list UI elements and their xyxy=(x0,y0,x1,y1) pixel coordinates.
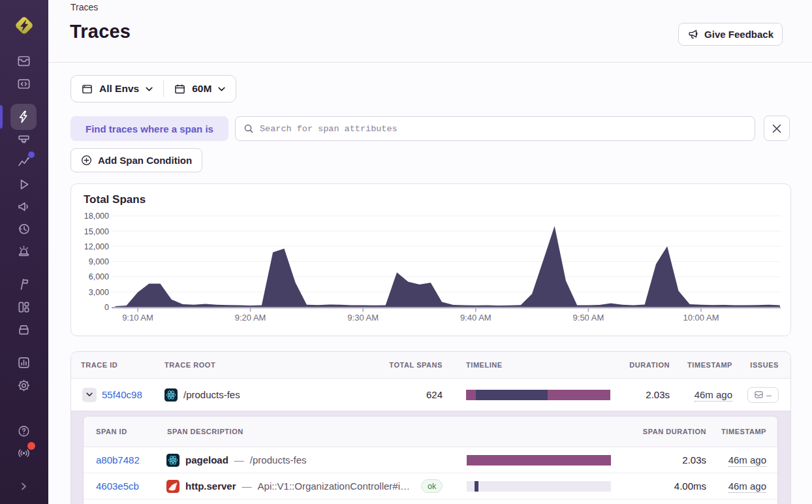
sentry-logo[interactable] xyxy=(12,14,36,37)
trace-issues-button[interactable]: – xyxy=(747,387,779,403)
time-range-filter[interactable]: 60M xyxy=(164,76,236,102)
sidebar-item-issues[interactable] xyxy=(12,49,35,72)
svg-text:9:10 AM: 9:10 AM xyxy=(122,313,153,323)
span-search-bar[interactable] xyxy=(235,116,755,141)
span-duration: 4.00ms xyxy=(621,480,716,492)
sidebar-collapse-button[interactable] xyxy=(12,475,35,498)
chevron-down-icon xyxy=(218,87,225,91)
span-id-link[interactable]: 4603e5cb xyxy=(96,480,139,492)
search-prefix-label: Find traces where a span is xyxy=(70,116,228,141)
chevron-down-icon xyxy=(146,87,153,91)
react-icon xyxy=(166,454,180,467)
span-row[interactable]: a80b7482 pageload — /products-fes 2.03s … xyxy=(84,447,777,473)
traces-table: TRACE ID TRACE ROOT TOTAL SPANS TIMELINE… xyxy=(70,351,791,504)
span-table-header: SPAN ID SPAN DESCRIPTION SPAN DURATION T… xyxy=(84,417,777,447)
col-span-timestamp: TIMESTAMP xyxy=(716,428,777,435)
span-timeline-bar xyxy=(467,481,611,492)
environment-icon xyxy=(82,84,93,95)
svg-text:18,000: 18,000 xyxy=(84,212,109,221)
trace-duration: 2.03s xyxy=(617,389,679,400)
trace-timeline-bar xyxy=(466,390,610,400)
sidebar-item-history[interactable] xyxy=(12,217,35,240)
span-table: SPAN ID SPAN DESCRIPTION SPAN DURATION T… xyxy=(83,416,778,504)
span-timestamp[interactable]: 46m ago xyxy=(728,480,766,493)
whats-new-notification-dot xyxy=(27,442,35,450)
col-trace-root: TRACE ROOT xyxy=(155,361,382,369)
svg-text:9:50 AM: 9:50 AM xyxy=(573,313,604,323)
span-op: http.server xyxy=(185,480,236,492)
total-spans-chart-panel: Total Spans 03,0006,0009,00012,00015,000… xyxy=(70,183,791,336)
sidebar-item-projects[interactable] xyxy=(12,317,35,341)
sidebar-item-user-feedback[interactable] xyxy=(12,195,35,218)
trace-timestamp[interactable]: 46m ago xyxy=(695,389,732,402)
insights-notification-dot xyxy=(28,151,35,158)
main-content: Traces Traces Give Feedback All Envs 60M… xyxy=(48,0,812,504)
active-item-indicator xyxy=(0,105,3,129)
col-total-spans: TOTAL SPANS xyxy=(382,361,453,369)
sidebar-item-explore[interactable] xyxy=(12,72,35,95)
react-icon xyxy=(164,388,178,402)
span-description: /products-fes xyxy=(250,454,307,465)
sidebar-item-settings[interactable] xyxy=(12,373,35,397)
span-description: Api::V1::OrganizationController#i… xyxy=(258,480,410,492)
give-feedback-button[interactable]: Give Feedback xyxy=(678,23,783,46)
col-trace-id: TRACE ID xyxy=(71,361,155,369)
traces-table-header: TRACE ID TRACE ROOT TOTAL SPANS TIMELINE… xyxy=(71,352,790,379)
col-issues: ISSUES xyxy=(743,361,790,369)
col-span-duration: SPAN DURATION xyxy=(621,428,716,435)
trace-row[interactable]: 55f40c98 /products-fes 624 2.03s 46m ago… xyxy=(71,379,790,411)
breadcrumb[interactable]: Traces xyxy=(70,2,98,12)
col-timeline: TIMELINE xyxy=(453,361,617,369)
total-spans-value: 624 xyxy=(382,389,453,400)
page-filters: All Envs 60M xyxy=(70,75,236,102)
col-timestamp: TIMESTAMP xyxy=(679,361,743,369)
svg-text:9,000: 9,000 xyxy=(89,257,109,266)
svg-text:10:00 AM: 10:00 AM xyxy=(683,313,719,323)
span-timeline-bar xyxy=(467,455,611,465)
sidebar-item-dashboards[interactable] xyxy=(12,295,35,319)
span-status-badge: ok xyxy=(421,479,443,493)
plus-circle-icon xyxy=(81,155,92,166)
span-op: pageload xyxy=(185,454,228,465)
sidebar-item-help[interactable] xyxy=(12,419,35,443)
svg-text:9:20 AM: 9:20 AM xyxy=(235,313,266,323)
col-duration: DURATION xyxy=(617,361,679,369)
sidebar-item-stats[interactable] xyxy=(12,351,35,374)
svg-text:12,000: 12,000 xyxy=(84,242,109,251)
span-timestamp[interactable]: 46m ago xyxy=(728,454,766,467)
svg-text:6,000: 6,000 xyxy=(89,272,109,281)
svg-text:0: 0 xyxy=(104,303,109,312)
svg-text:15,000: 15,000 xyxy=(84,227,109,236)
sidebar xyxy=(0,0,48,504)
megaphone-icon xyxy=(687,29,699,40)
clear-search-button[interactable] xyxy=(764,116,790,141)
sidebar-item-replays[interactable] xyxy=(12,172,35,196)
col-span-description: SPAN DESCRIPTION xyxy=(163,428,454,435)
span-duration: 2.03s xyxy=(621,454,716,465)
search-icon xyxy=(243,123,254,134)
environment-filter[interactable]: All Envs xyxy=(71,76,163,102)
sidebar-item-feature-flags[interactable] xyxy=(12,272,35,296)
collapse-trace-button[interactable] xyxy=(82,388,97,402)
page-title: Traces xyxy=(70,21,131,42)
chart-title: Total Spans xyxy=(84,193,146,206)
search-input[interactable] xyxy=(260,124,747,134)
svg-text:9:40 AM: 9:40 AM xyxy=(460,313,492,323)
span-id-link[interactable]: a80b7482 xyxy=(96,454,140,465)
total-spans-area-chart[interactable]: 03,0006,0009,00012,00015,00018,0009:10 A… xyxy=(71,184,790,336)
sidebar-item-traces[interactable] xyxy=(12,105,35,129)
sidebar-item-profiling[interactable] xyxy=(12,127,35,151)
svg-text:3,000: 3,000 xyxy=(89,288,109,297)
page-header: Traces Traces Give Feedback xyxy=(48,0,812,63)
add-span-condition-button[interactable]: Add Span Condition xyxy=(70,148,202,172)
svg-text:9:30 AM: 9:30 AM xyxy=(347,313,379,323)
col-span-id: SPAN ID xyxy=(84,428,163,435)
trace-id-link[interactable]: 55f40c98 xyxy=(102,389,142,400)
trace-expansion: SPAN ID SPAN DESCRIPTION SPAN DURATION T… xyxy=(71,411,790,504)
sidebar-item-alerts[interactable] xyxy=(12,239,35,262)
span-row[interactable]: 4603e5cb http.server — Api::V1::Organiza… xyxy=(84,473,777,499)
calendar-icon xyxy=(174,84,185,95)
ruby-icon xyxy=(166,480,180,493)
trace-root-label: /products-fes xyxy=(183,389,240,400)
